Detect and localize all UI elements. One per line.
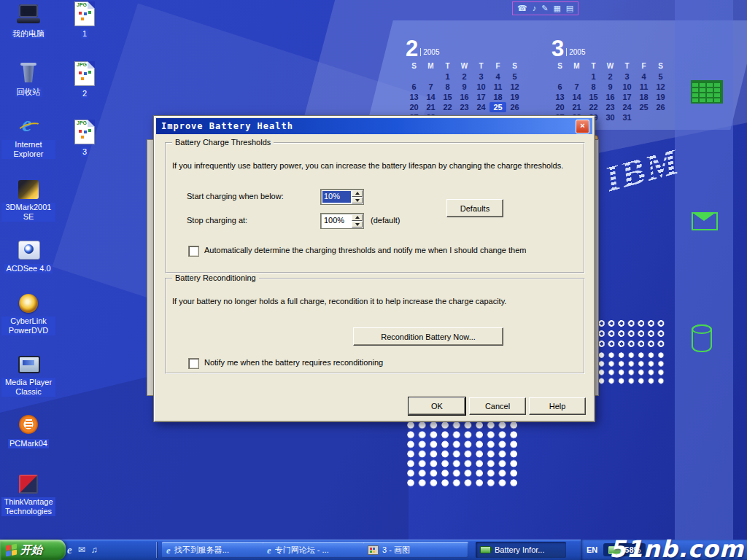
calendar-day: 23 <box>456 102 473 112</box>
media-icon[interactable]: ♫ <box>91 545 98 555</box>
pen-icon[interactable]: ✎ <box>541 4 548 12</box>
desktop-screen: IBM ☎ ♪ ✎ ▦ ▤ 2 2005 SMTWTFS 12345678910… <box>0 0 747 560</box>
calendar-day <box>551 71 568 82</box>
desktop-icon-recycle-bin[interactable]: 回收站 <box>1 61 55 98</box>
calendar-day: 3 <box>473 71 489 82</box>
calendar-day: 9 <box>602 82 619 92</box>
calendar-day: 24 <box>619 102 635 112</box>
calendar-day: 19 <box>652 92 669 102</box>
calendar-day: 18 <box>489 92 506 102</box>
calendar-day <box>635 112 652 122</box>
start-charge-value[interactable]: 10% <box>322 191 351 203</box>
close-icon[interactable]: × <box>576 120 589 133</box>
improve-battery-health-dialog: Improve Battery Health × Battery Charge … <box>153 115 595 422</box>
group-title: Battery Charge Thresholds <box>172 138 274 147</box>
calendar-day: 12 <box>506 82 523 92</box>
desktop-file-2[interactable]: JPG 2 <box>63 61 107 99</box>
desktop-icon-pcmark04[interactable]: PCMark04 <box>1 413 55 449</box>
calendar-day: 12 <box>652 82 669 92</box>
calendar-day: 18 <box>635 92 652 102</box>
desktop-icon-media-player-classic[interactable]: Media Player Classic <box>1 353 55 397</box>
jpg-thumbnail-art <box>79 12 82 15</box>
desktop-file-3[interactable]: JPG 3 <box>63 120 107 158</box>
defaults-button[interactable]: Defaults <box>446 199 503 217</box>
spin-down-icon[interactable] <box>352 197 363 203</box>
ie-icon: e <box>166 545 171 555</box>
language-indicator[interactable]: EN <box>587 545 597 554</box>
calendar-weekday: M <box>568 61 585 71</box>
task-button-label: 3 - 画图 <box>382 545 410 556</box>
calendar-month: 3 <box>551 39 564 58</box>
dialog-title-bar[interactable]: Improve Battery Health × <box>156 118 592 134</box>
small-dots-pattern <box>597 351 667 384</box>
calendar-day: 14 <box>568 92 585 102</box>
calendar-day: 8 <box>439 82 456 92</box>
ok-button[interactable]: OK <box>409 397 465 415</box>
document-icon[interactable]: ▤ <box>566 4 573 12</box>
group-title: Battery Reconditioning <box>172 273 259 282</box>
calendar-weekday: T <box>619 61 635 71</box>
calendar-day: 10 <box>473 82 489 92</box>
spin-up-icon[interactable] <box>352 190 363 197</box>
desktop-icon-label: 1 <box>81 29 88 39</box>
calendar-day: 31 <box>619 112 635 122</box>
calendar-weekday: T <box>439 61 456 71</box>
calendar-weekday: W <box>602 61 619 71</box>
desktop-gadget-toolbar[interactable]: ☎ ♪ ✎ ▦ ▤ <box>512 1 578 15</box>
desktop-file-1[interactable]: JPG 1 <box>63 1 107 39</box>
grid-icon[interactable]: ▦ <box>553 4 560 12</box>
calendar-weekday: S <box>551 61 568 71</box>
start-button-label: 开始 <box>20 543 42 557</box>
calendar-day: 22 <box>439 102 456 112</box>
auto-thresholds-label[interactable]: Automatically determine the charging thr… <box>204 246 526 255</box>
jpg-file-icon: JPG <box>74 61 95 86</box>
desktop-icon-my-computer[interactable]: 我的电脑 <box>1 3 55 39</box>
start-button[interactable]: 开始 <box>0 540 66 560</box>
desktop-icon-powerdvd[interactable]: CyberLink PowerDVD <box>1 292 55 336</box>
calendar-day: 19 <box>506 92 523 102</box>
calendar-year: 2005 <box>420 48 439 56</box>
desktop-icon-label: 回收站 <box>15 88 42 97</box>
calendar-february-2005: 2 2005 SMTWTFS 1234567891011121314151617… <box>406 35 526 122</box>
desktop-icon-acdsee[interactable]: ACDSee 4.0 <box>1 238 55 274</box>
recycle-bin-icon <box>16 61 41 85</box>
recondition-battery-button[interactable]: Recondition Battery Now... <box>353 327 503 346</box>
calendar-day: 25 <box>489 102 506 112</box>
cancel-button[interactable]: Cancel <box>469 397 526 415</box>
desktop-icon-label: ThinkVantage Technologies <box>1 497 55 516</box>
desktop-icon-internet-explorer[interactable]: Internet Explorer <box>1 115 55 160</box>
notify-reconditioning-label[interactable]: Notify me when the battery requires reco… <box>204 358 383 368</box>
stop-charge-value[interactable]: 100% <box>322 215 351 227</box>
desktop-icon-3dmark2001[interactable]: 3DMark2001 SE <box>1 178 55 222</box>
task-button-label: 专门网论坛 - ... <box>275 545 329 556</box>
desktop-icon-thinkvantage[interactable]: ThinkVantage Technologies <box>1 472 55 517</box>
notify-reconditioning-checkbox[interactable] <box>188 358 199 369</box>
note-icon[interactable]: ♪ <box>533 4 537 12</box>
calendar-day: 16 <box>602 92 619 102</box>
calendar-day: 23 <box>602 102 619 112</box>
calendar-weekday: W <box>456 61 473 71</box>
spin-down-icon[interactable] <box>352 221 363 228</box>
task-button-forum[interactable]: e 专门网论坛 - ... <box>263 542 368 558</box>
task-button-server-not-found[interactable]: e 找不到服务器... <box>162 542 267 558</box>
calendar-day: 17 <box>473 92 489 102</box>
task-button-battery-information[interactable]: Battery Infor... <box>476 542 566 558</box>
task-button-paint[interactable]: 3 - 画图 <box>363 542 468 558</box>
my-computer-icon <box>16 3 41 26</box>
stop-charge-spinbox: 100% <box>320 213 364 229</box>
spin-up-icon[interactable] <box>352 214 363 221</box>
jpg-badge: JPG <box>77 2 87 7</box>
calendar-day <box>422 71 439 82</box>
calendar-day: 15 <box>585 92 602 102</box>
jpg-thumbnail-art <box>79 130 82 133</box>
ie-icon[interactable]: e <box>67 544 72 556</box>
calendar-weekday-row: SMTWTFS <box>551 61 672 71</box>
mail-icon[interactable]: ✉ <box>78 545 85 555</box>
paint-icon <box>368 545 379 555</box>
phone-icon[interactable]: ☎ <box>517 4 527 12</box>
3dmark-icon <box>16 178 41 201</box>
auto-thresholds-checkbox[interactable] <box>188 246 199 257</box>
spreadsheet-grid-icon <box>691 80 723 104</box>
help-button[interactable]: Help <box>529 397 586 415</box>
calendar-day <box>652 112 669 122</box>
